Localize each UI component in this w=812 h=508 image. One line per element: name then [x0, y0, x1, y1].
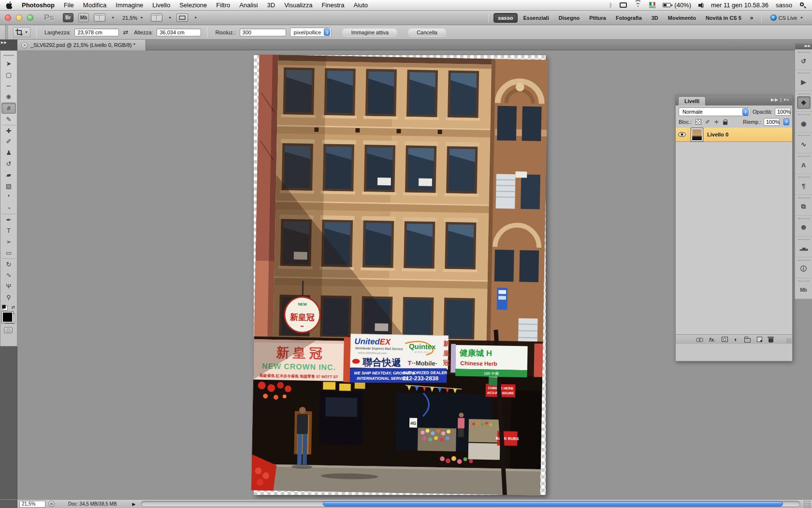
apple-menu-icon[interactable]	[6, 1, 13, 9]
link-layers-button[interactable]	[696, 338, 703, 342]
launch-mini-bridge-button[interactable]: Mb	[78, 13, 89, 22]
workspace-sasso[interactable]: sasso	[493, 13, 517, 23]
fill-dropdown-icon[interactable]: ▼	[783, 119, 789, 125]
info-panel-button[interactable]: ⓘ	[795, 257, 812, 278]
hand-tool[interactable]: Ψ	[1, 281, 16, 292]
layer-visibility-toggle[interactable]	[676, 128, 688, 141]
mini-bridge-panel-button[interactable]: Mb	[795, 278, 812, 299]
menu-clock[interactable]: mer 11 gen 10.58.36	[711, 1, 768, 9]
blur-tool[interactable]: ❜	[1, 192, 16, 203]
burn-tool[interactable]: ◔	[1, 203, 16, 214]
swap-colors-icon[interactable]: ⇄	[11, 305, 15, 310]
blend-mode-dropdown[interactable]: Normale ▲▼	[679, 107, 750, 116]
minimize-window-button[interactable]	[16, 15, 22, 21]
fill-field[interactable]: 100%	[764, 118, 780, 126]
lasso-tool[interactable]: ∽	[1, 80, 16, 91]
delete-layer-button[interactable]	[768, 336, 773, 343]
menu-item-photoshop[interactable]: Photoshop	[22, 1, 55, 9]
width-field[interactable]: 23,978 cm	[74, 29, 119, 36]
adjustment-layer-button[interactable]: ◐	[734, 336, 738, 343]
default-colors-icon[interactable]	[2, 305, 6, 309]
rectangle-tool[interactable]: ▭	[1, 247, 16, 258]
foreground-color-swatch[interactable]	[2, 312, 13, 323]
front-image-button[interactable]: Immagine attiva	[342, 29, 397, 36]
spotlight-icon[interactable]	[799, 2, 806, 9]
collapse-dock-button[interactable]: ◀◀	[795, 44, 812, 49]
new-group-button[interactable]	[744, 337, 751, 343]
canvas-work-area[interactable]: ➤ ▢ ∽ ❋ # ✎ ✚ ✐ ♟ ↺ ▰ ▧ ❜ ◔ ✒ T ➢ ▭ ↻ ∿ …	[0, 50, 812, 499]
lock-image-icon[interactable]: ✐	[706, 119, 710, 125]
height-field[interactable]: 36,034 cm	[157, 29, 201, 36]
workspace-essenziali[interactable]: Essenziali	[520, 14, 553, 22]
displays-icon[interactable]	[620, 2, 627, 8]
gradient-tool[interactable]: ▧	[1, 180, 16, 192]
brush-tool[interactable]: ✐	[1, 136, 16, 147]
character-panel-button[interactable]: A	[795, 153, 812, 174]
quick-selection-tool[interactable]: ❋	[1, 91, 16, 103]
zoom-window-button[interactable]	[27, 15, 33, 21]
swap-dimensions-button[interactable]: ⇄	[123, 29, 128, 36]
panel-resize-grip[interactable]	[786, 338, 791, 343]
3d-rotate-tool[interactable]: ↻	[1, 258, 16, 269]
spot-healing-tool[interactable]: ✚	[1, 125, 16, 136]
zoom-level-control[interactable]: 21,5%▼	[122, 15, 143, 21]
document-tab[interactable]: ✕ _SLV6292.psd @ 21,5% (Livello 0, RGB/8…	[17, 40, 146, 50]
workspace-movimento[interactable]: Movimento	[664, 14, 700, 22]
window-resize-grip[interactable]	[803, 500, 811, 508]
lock-all-icon[interactable]	[723, 121, 727, 125]
eraser-tool[interactable]: ▰	[1, 169, 16, 180]
lock-transparency-icon[interactable]	[696, 119, 701, 125]
menu-item-file[interactable]: File	[64, 1, 74, 9]
collapse-tools-button[interactable]: ▶▶	[1, 41, 7, 45]
type-tool[interactable]: T	[1, 225, 16, 236]
screen-mode-button[interactable]	[176, 14, 188, 22]
history-panel-button[interactable]: ↺	[795, 49, 812, 70]
resolution-field[interactable]: 300	[240, 29, 286, 36]
menu-item-finestra[interactable]: Finestra	[321, 1, 344, 9]
styles-panel-button[interactable]: ◉	[795, 112, 812, 133]
navigator-panel-button[interactable]: ☸	[795, 216, 812, 237]
layers-list-empty-area[interactable]	[676, 142, 792, 334]
marquee-tool[interactable]: ▢	[1, 69, 16, 80]
menu-item-modifica[interactable]: Modifica	[83, 1, 106, 9]
battery-icon[interactable]: (40%)	[663, 1, 691, 9]
workspace-overflow-button[interactable]: »	[747, 15, 756, 21]
opacity-field[interactable]: 100%	[775, 108, 791, 116]
clone-source-panel-button[interactable]: ⧉	[795, 195, 812, 216]
path-selection-tool[interactable]: ➢	[1, 236, 16, 247]
menu-item-3d[interactable]: 3D	[267, 1, 276, 9]
menu-item-selezione[interactable]: Selezione	[179, 1, 207, 9]
close-window-button[interactable]	[5, 15, 11, 21]
workspace-novita-cs5[interactable]: Novità in CS 5	[702, 14, 745, 22]
quick-mask-button[interactable]	[4, 327, 13, 333]
options-bar-gripper[interactable]	[5, 25, 8, 39]
menu-item-aiuto[interactable]: Aiuto	[353, 1, 368, 9]
new-layer-button[interactable]	[757, 337, 762, 342]
workspace-fotografia[interactable]: Fotografia	[612, 14, 646, 22]
paragraph-panel-button[interactable]: ¶	[795, 174, 812, 195]
histogram-panel-button[interactable]: ▂▅▃	[795, 237, 812, 257]
document-profile-icon[interactable]: ▤	[48, 501, 55, 507]
layer-row-livello0[interactable]: Livello 0	[676, 127, 792, 142]
crop-tool[interactable]: #	[1, 103, 16, 114]
paths-panel-button[interactable]: ∿	[795, 133, 812, 153]
clone-stamp-tool[interactable]: ♟	[1, 147, 16, 158]
wifi-icon[interactable]	[634, 2, 642, 8]
workspace-pittura[interactable]: Pittura	[585, 14, 610, 22]
menu-item-visualizza[interactable]: Visualizza	[284, 1, 312, 9]
pen-tool[interactable]: ✒	[1, 214, 16, 225]
history-brush-tool[interactable]: ↺	[1, 158, 16, 169]
lock-position-icon[interactable]: ✛	[714, 119, 719, 125]
clear-button[interactable]: Cancella	[408, 29, 446, 36]
cs-live-button[interactable]: CS Live▼	[767, 14, 807, 22]
bluetooth-icon[interactable]: ᛒ	[609, 2, 612, 9]
eyedropper-tool[interactable]: ✎	[1, 114, 16, 125]
workspace-disegno[interactable]: Disegno	[555, 14, 583, 22]
menu-item-filtro[interactable]: Filtro	[216, 1, 230, 9]
layer-thumbnail[interactable]	[691, 128, 703, 141]
tool-preset-picker[interactable]: ▼	[13, 27, 30, 37]
add-layer-mask-button[interactable]	[722, 337, 728, 342]
menu-item-livello[interactable]: Livello	[152, 1, 170, 9]
status-options-arrow[interactable]: ▶	[132, 502, 136, 507]
3d-orbit-tool[interactable]: ∿	[1, 269, 16, 281]
